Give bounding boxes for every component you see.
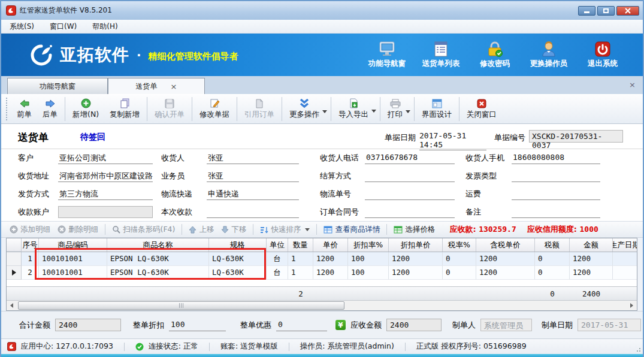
modify-order-button[interactable]: 修改单据 <box>194 96 235 122</box>
tab-close-icon[interactable]: × <box>171 82 177 91</box>
yen-icon[interactable]: ¥ <box>335 320 346 330</box>
nav-item-delivery-list[interactable]: 送货单列表 <box>416 41 465 69</box>
header-cell-seq[interactable]: 序号 <box>22 238 39 252</box>
header-cell-amount[interactable]: 金额 <box>570 238 613 252</box>
scan-barcode-button[interactable]: 扫描条形码(F4) <box>108 223 179 236</box>
scroll-right-icon[interactable] <box>627 301 637 310</box>
prev-order-button[interactable]: 前单 <box>11 97 37 122</box>
salesman-field[interactable]: 张亚 <box>207 170 299 182</box>
header-cell-discount-price[interactable]: 折扣单价 <box>389 238 443 252</box>
table-row[interactable]: 2 100101001 EPSON LQ-630K LQ-630K 台 1 12… <box>7 266 637 280</box>
table-header-row: 序号 商品编码 商品名称 规格 单位 数量 单价 折扣率% 折扣单价 税率% 含… <box>7 238 637 252</box>
tracking-no-label: 物流单号 <box>320 189 365 199</box>
header-cell-qty[interactable]: 数量 <box>288 238 313 252</box>
header-cell-name[interactable]: 商品名称 <box>107 238 209 252</box>
menu-item-window[interactable]: 窗口(W) <box>50 22 77 32</box>
add-detail-button[interactable]: 添加明细 <box>6 223 54 236</box>
remark-field[interactable] <box>512 206 600 218</box>
nav-item-exit-system[interactable]: 退出系统 <box>578 41 627 69</box>
header-cell-spec[interactable]: 规格 <box>209 238 267 252</box>
horizontal-scrollbar[interactable] <box>7 300 637 310</box>
copy-new-button[interactable]: 复制新增 <box>104 96 145 122</box>
customer-field[interactable]: 亚拓公司测试 <box>58 152 153 164</box>
due-amount-label: 应收金额 <box>350 320 382 331</box>
quote-order-button[interactable]: 引用订单 <box>239 97 280 122</box>
close-button[interactable] <box>616 6 639 16</box>
license-status: 正式版 授权序列号: 051696989 <box>416 341 527 352</box>
quick-sort-button[interactable]: 快速排序 <box>256 223 313 236</box>
summary-qty: 2 <box>288 287 313 300</box>
view-product-button[interactable]: 查看商品详情 <box>320 223 383 236</box>
consignee-field[interactable]: 张亚 <box>207 152 299 164</box>
courier-label: 物流快递 <box>161 189 207 199</box>
table-row[interactable]: 1 100101001 EPSON LQ-630K LQ-630K 台 1 12… <box>7 252 637 266</box>
payment-label: 本次收款 <box>161 207 207 217</box>
ui-design-button[interactable]: 界面设计 <box>416 97 457 122</box>
row-selector-cell[interactable] <box>7 252 22 266</box>
move-up-button[interactable]: 上移 <box>185 223 217 236</box>
header-cell-code[interactable]: 商品编码 <box>39 238 107 252</box>
nav-item-function-nav[interactable]: 功能导航窗 <box>362 41 412 69</box>
maker-label: 制单人 <box>452 320 476 331</box>
connection-status: 连接状态: 正常 <box>149 341 198 352</box>
menu-item-system[interactable]: 系统(S) <box>10 22 34 32</box>
total-amount-label: 合计金额 <box>19 320 50 331</box>
confirm-order-button[interactable]: 确认开单 <box>149 97 190 122</box>
nav-item-switch-operator[interactable]: 更换操作员 <box>524 41 573 69</box>
header-cell-prod-date[interactable]: 生产日期 <box>613 238 637 252</box>
remark-label: 备注 <box>465 207 512 217</box>
close-window-button[interactable]: 关闭窗口 <box>461 97 502 122</box>
header-cell-discount-rate[interactable]: 折扣率% <box>348 238 389 252</box>
scroll-left-icon[interactable] <box>7 301 17 310</box>
freight-field[interactable] <box>512 188 600 200</box>
tracking-no-field[interactable] <box>365 188 455 200</box>
operator-status: 操作员: 系统管理员(admin) <box>300 341 394 352</box>
doc-date-field[interactable]: 2017-05-31 14:45 <box>419 131 486 150</box>
minimize-button[interactable] <box>578 6 595 16</box>
account-field <box>58 206 153 218</box>
ship-method-field[interactable]: 第三方物流 <box>58 188 153 200</box>
header-cell-tax-price[interactable]: 含税单价 <box>476 238 535 252</box>
scrollbar-thumb[interactable] <box>18 301 344 310</box>
close-red-icon <box>477 99 486 108</box>
doc-no-field: XSCKD-20170531-0037 <box>529 130 623 143</box>
order-reduce-field[interactable]: 0 <box>276 319 327 331</box>
header-cell-tax[interactable]: 税额 <box>535 238 570 252</box>
header-cell-unit[interactable]: 单位 <box>267 238 288 252</box>
settle-field[interactable] <box>365 170 455 182</box>
next-order-button[interactable]: 后单 <box>37 97 63 122</box>
menu-item-help[interactable]: 帮助(H) <box>92 22 117 32</box>
mobile-field[interactable]: 18608080808 <box>512 152 600 164</box>
move-down-button[interactable]: 下移 <box>217 223 250 236</box>
print-button[interactable]: 打印 <box>382 97 412 122</box>
maximize-button[interactable] <box>597 6 615 16</box>
select-price-button[interactable]: 选择价格 <box>390 223 439 236</box>
tab-function-nav[interactable]: 功能导航窗 <box>7 78 108 94</box>
order-form: 客户 亚拓公司测试 收货人 张亚 收货人电话 03716678678 收货人手机… <box>1 149 643 221</box>
courier-field[interactable]: 申通快递 <box>207 188 299 200</box>
new-order-button[interactable]: 新增(N) <box>67 96 104 122</box>
payment-field[interactable] <box>207 206 299 218</box>
window-design-icon <box>432 99 442 108</box>
pane-close-icon[interactable]: × <box>629 80 636 89</box>
tab-label: 送货单 <box>136 81 158 92</box>
address-field[interactable]: 河南省郑州市中原区建设路 <box>58 170 153 182</box>
document-icon <box>255 99 264 108</box>
printer-icon <box>390 99 401 108</box>
app-logo-icon <box>6 5 16 16</box>
delete-detail-button[interactable]: 删除明细 <box>54 223 102 236</box>
invoice-field[interactable] <box>512 170 600 182</box>
header-cell-price[interactable]: 单价 <box>313 238 348 252</box>
more-actions-button[interactable]: 更多操作 <box>284 97 329 122</box>
import-export-button[interactable]: 导入导出 <box>333 96 378 122</box>
resize-grip[interactable] <box>635 346 641 352</box>
header-cell-tax-rate[interactable]: 税率% <box>443 238 476 252</box>
order-discount-field[interactable]: 100 <box>169 319 226 331</box>
tab-delivery-order[interactable]: 送货单 × <box>108 78 205 94</box>
arrow-down-icon <box>221 226 229 234</box>
row-selector-cell[interactable] <box>7 266 22 280</box>
nav-item-change-password[interactable]: 修改密码 <box>470 41 519 69</box>
mobile-label: 收货人手机 <box>465 153 512 164</box>
phone-field[interactable]: 03716678678 <box>365 152 455 164</box>
contract-field[interactable] <box>365 206 455 218</box>
